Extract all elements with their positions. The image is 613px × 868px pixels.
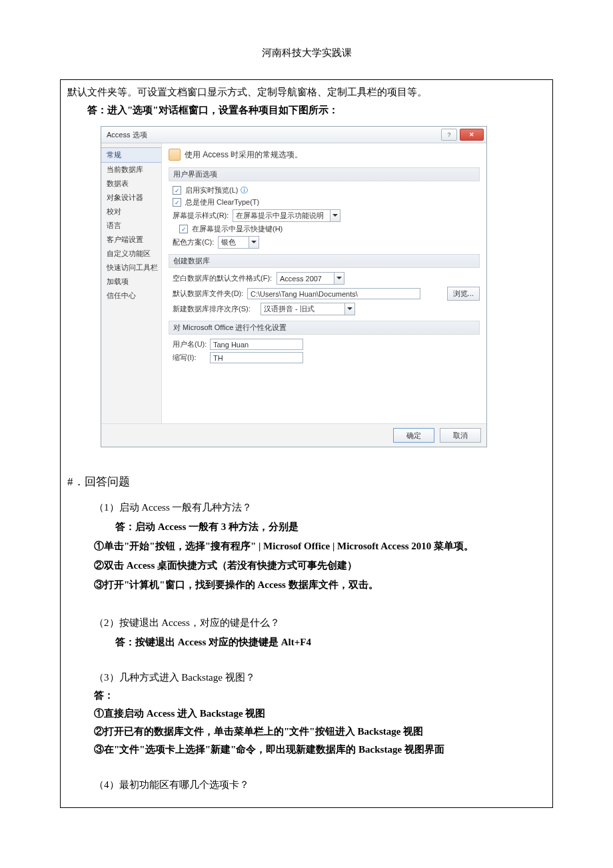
dialog-titlebar: Access 选项 ? ✕: [101, 127, 486, 143]
combo-color[interactable]: 银色: [218, 236, 259, 249]
label-username: 用户名(U):: [173, 339, 206, 349]
a3-2: ②打开已有的数据库文件，单击菜单栏上的"文件"按钮进入 Backstage 视图: [67, 723, 546, 741]
a1: 答：启动 Access 一般有 3 种方法，分别是: [67, 518, 546, 536]
info-icon[interactable]: ⓘ: [241, 186, 248, 194]
qa-block: （1）启动 Access 一般有几种方法？ 答：启动 Access 一般有 3 …: [67, 499, 546, 794]
sidebar-item-proofing[interactable]: 校对: [101, 205, 161, 219]
input-username[interactable]: Tang Huan: [210, 339, 303, 350]
page: 河南科技大学实践课 默认文件夹等。可设置文档窗口显示方式、定制导航窗格、定制工具…: [0, 0, 613, 835]
a1-2: ②双击 Access 桌面快捷方式（若没有快捷方式可事先创建）: [67, 557, 546, 575]
checkbox-show-shortcut[interactable]: ✓: [179, 225, 188, 233]
label-live-preview: 启用实时预览(L) ⓘ: [185, 185, 248, 195]
a3-3: ③在"文件"选项卡上选择"新建"命令，即出现新建数据库的 Backstage 视…: [67, 741, 546, 759]
section-heading: #．回答问题: [67, 474, 546, 489]
help-button[interactable]: ?: [441, 129, 457, 141]
checkbox-cleartype[interactable]: ✓: [173, 198, 181, 207]
cancel-button[interactable]: 取消: [440, 428, 481, 443]
label-default-folder: 默认数据库文件夹(D):: [173, 289, 243, 299]
section-ui: 用户界面选项: [169, 167, 480, 181]
label-fileformat: 空白数据库的默认文件格式(F):: [173, 273, 273, 283]
intro-line-1: 默认文件夹等。可设置文档窗口显示方式、定制导航窗格、定制工具栏的项目等。: [67, 83, 546, 101]
dialog-content: 使用 Access 时采用的常规选项。 用户界面选项 ✓ 启用实时预览(L) ⓘ…: [162, 143, 486, 423]
dialog-button-row: 确定 取消: [101, 423, 486, 447]
options-dialog: Access 选项 ? ✕ 常规 当前数据库 数据表 对象设计器 校对 语言 客…: [101, 126, 487, 447]
browse-button[interactable]: 浏览...: [447, 287, 480, 301]
label-tipstyle: 屏幕提示样式(R):: [173, 211, 229, 221]
sidebar-item-language[interactable]: 语言: [101, 219, 161, 233]
intro-answer: 答：进入"选项"对话框窗口，设置各种项目如下图所示：: [67, 101, 546, 119]
dialog-title: Access 选项: [107, 130, 147, 140]
q2: （2）按键退出 Access，对应的键是什么？: [67, 614, 546, 632]
section-personalize: 对 Microsoft Office 进行个性化设置: [169, 321, 480, 335]
input-default-folder[interactable]: C:\Users\Tang Huan\Documents\: [247, 288, 420, 299]
sidebar-item-designer[interactable]: 对象设计器: [101, 191, 161, 205]
a2: 答：按键退出 Access 对应的快捷键是 Alt+F4: [67, 633, 546, 651]
ok-button[interactable]: 确定: [393, 428, 434, 443]
q1: （1）启动 Access 一般有几种方法？: [67, 499, 546, 517]
combo-sortorder[interactable]: 汉语拼音 - 旧式: [261, 303, 355, 315]
sidebar-item-addins[interactable]: 加载项: [101, 275, 161, 289]
general-icon: [169, 149, 181, 161]
dialog-sidebar: 常规 当前数据库 数据表 对象设计器 校对 语言 客户端设置 自定义功能区 快速…: [101, 143, 162, 423]
page-header: 河南科技大学实践课: [67, 47, 546, 59]
close-button[interactable]: ✕: [460, 129, 484, 141]
a1-1: ①单击"开始"按钮，选择"搜有程序" | Microsof Office | M…: [67, 537, 546, 555]
sidebar-item-trust[interactable]: 信任中心: [101, 289, 161, 303]
label-show-shortcut: 在屏幕提示中显示快捷键(H): [192, 224, 283, 234]
label-color: 配色方案(C):: [173, 237, 214, 247]
combo-tipstyle[interactable]: 在屏幕提示中显示功能说明: [233, 209, 340, 222]
label-initials: 缩写(I):: [173, 353, 206, 363]
q3: （3）几种方式进入 Backstage 视图？: [67, 669, 546, 687]
sidebar-item-general[interactable]: 常规: [101, 147, 161, 163]
section-createdb: 创建数据库: [169, 254, 480, 268]
a1-3: ③打开"计算机"窗口，找到要操作的 Access 数据库文件，双击。: [67, 576, 546, 594]
content-box: 默认文件夹等。可设置文档窗口显示方式、定制导航窗格、定制工具栏的项目等。 答：进…: [60, 79, 553, 808]
q4: （4）最初功能区有哪几个选项卡？: [67, 776, 546, 794]
label-cleartype: 总是使用 ClearType(T): [185, 197, 259, 207]
sidebar-item-currentdb[interactable]: 当前数据库: [101, 163, 161, 177]
a3-1: ①直接启动 Access 进入 Backstage 视图: [67, 705, 546, 723]
combo-fileformat[interactable]: Access 2007: [277, 272, 344, 285]
label-sortorder: 新建数据库排序次序(S):: [173, 304, 257, 314]
sidebar-item-ribbon[interactable]: 自定义功能区: [101, 247, 161, 261]
input-initials[interactable]: TH: [210, 352, 303, 363]
sidebar-item-datasheet[interactable]: 数据表: [101, 177, 161, 191]
dialog-heading: 使用 Access 时采用的常规选项。: [185, 149, 303, 161]
sidebar-item-qat[interactable]: 快速访问工具栏: [101, 261, 161, 275]
a3: 答：: [67, 687, 546, 705]
checkbox-live-preview[interactable]: ✓: [173, 186, 181, 195]
sidebar-item-client[interactable]: 客户端设置: [101, 233, 161, 247]
